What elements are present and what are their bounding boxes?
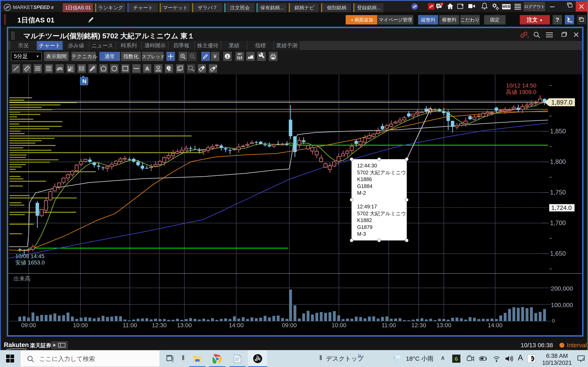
svg-text:200,000: 200,000: [551, 285, 573, 292]
svg-text:12:30: 12:30: [411, 322, 426, 328]
svg-text:12:44:30: 12:44:30: [357, 163, 377, 168]
svg-text:A: A: [145, 66, 149, 72]
svg-text:1,800: 1,800: [550, 158, 566, 165]
svg-text:MY: MY: [238, 53, 242, 56]
svg-text:M-3: M-3: [357, 231, 366, 237]
svg-text:M-2: M-2: [357, 190, 366, 196]
svg-text:G1879: G1879: [357, 224, 372, 230]
svg-text:10:00: 10:00: [73, 322, 88, 328]
svg-text:1,724.0: 1,724.0: [551, 204, 572, 211]
svg-text:10/12 14:50: 10/12 14:50: [506, 82, 536, 89]
svg-text:09:00: 09:00: [282, 322, 297, 328]
svg-text:1,750: 1,750: [550, 189, 566, 196]
svg-text:13:00: 13:00: [437, 322, 451, 328]
svg-text:A: A: [215, 65, 217, 68]
svg-text:K1882: K1882: [357, 217, 372, 223]
svg-text:12:49:17: 12:49:17: [357, 204, 377, 209]
svg-text:13:00: 13:00: [177, 322, 192, 328]
svg-text:安値 1653.0: 安値 1653.0: [15, 259, 45, 266]
svg-text:1,700: 1,700: [550, 219, 566, 226]
svg-text:100,000: 100,000: [551, 301, 573, 308]
svg-text:09:00: 09:00: [21, 322, 36, 328]
svg-text:i: i: [227, 54, 228, 59]
svg-text:14:00: 14:00: [488, 322, 503, 328]
svg-text:0: 0: [552, 318, 555, 324]
svg-text:N: N: [441, 3, 443, 5]
svg-text:G: G: [455, 356, 458, 362]
svg-text:G1884: G1884: [357, 183, 372, 189]
svg-text:5702 大紀アルミニウム: 5702 大紀アルミニウム: [357, 170, 411, 175]
svg-text:10:00: 10:00: [332, 322, 346, 328]
svg-text:1,897.0: 1,897.0: [551, 99, 572, 106]
svg-text:1,650: 1,650: [550, 250, 566, 257]
svg-text:11:00: 11:00: [381, 322, 396, 328]
svg-text:ICON: ICON: [156, 70, 161, 72]
svg-text:R: R: [256, 355, 258, 357]
svg-text:出来高: 出来高: [13, 275, 31, 282]
svg-text:J: J: [531, 357, 533, 361]
svg-text:1,850: 1,850: [550, 128, 566, 135]
svg-text:10/08 14:45: 10/08 14:45: [15, 253, 44, 259]
svg-text:N: N: [82, 78, 86, 84]
svg-text:14:00: 14:00: [229, 322, 244, 328]
svg-text:12:30: 12:30: [152, 322, 167, 328]
svg-text:1: 1: [527, 35, 528, 39]
svg-text:5702 大紀アルミニウム: 5702 大紀アルミニウム: [357, 211, 411, 216]
svg-text:高値 1909.0: 高値 1909.0: [506, 89, 536, 95]
svg-text:11:00: 11:00: [123, 322, 137, 328]
svg-text:K1886: K1886: [357, 176, 372, 182]
